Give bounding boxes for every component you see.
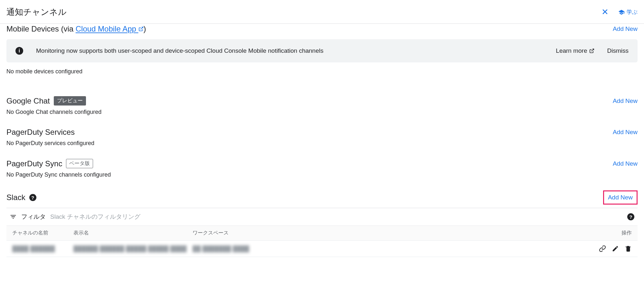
section-pagerduty-services: PagerDuty Services Add New No PagerDuty … <box>6 124 638 147</box>
banner-actions: Learn more Dismiss <box>556 47 629 54</box>
info-banner: i Monitoring now supports both user-scop… <box>6 39 638 62</box>
add-new-button[interactable]: Add New <box>613 160 638 167</box>
mobile-title-prefix: Mobile Devices (via <box>6 24 76 33</box>
header-actions: ✕ 学ぶ <box>601 7 638 17</box>
delete-icon[interactable] <box>625 245 632 252</box>
learn-link[interactable]: 学ぶ <box>618 8 638 16</box>
row-actions <box>567 245 632 252</box>
empty-state-text: No mobile devices configured <box>6 68 638 75</box>
column-header-name: チャネルの名前 <box>12 230 73 236</box>
section-header: PagerDuty Sync ベータ版 Add New <box>6 156 638 171</box>
section-title: Slack <box>6 193 25 202</box>
section-google-chat: Google Chat プレビュー Add New No Google Chat… <box>6 93 638 115</box>
section-header: PagerDuty Services Add New <box>6 124 638 140</box>
edit-icon[interactable] <box>612 245 619 252</box>
slack-table: チャネルの名前 表示名 ワークスペース 操作 ████ ██████ █████… <box>6 226 638 257</box>
section-title-wrap: Slack ? <box>6 193 36 202</box>
table-row: ████ ██████ ██████ ██████ █████ █████ ██… <box>6 241 638 257</box>
column-header-actions: 操作 <box>567 230 632 236</box>
empty-state-text: No Google Chat channels configured <box>6 109 638 115</box>
external-link-icon <box>589 48 594 53</box>
filter-row: フィルタ ? <box>6 208 638 226</box>
section-title-wrap: PagerDuty Sync ベータ版 <box>6 159 93 168</box>
add-new-button[interactable]: Add New <box>613 25 638 32</box>
learn-more-label: Learn more <box>556 47 587 54</box>
column-header-display: 表示名 <box>73 230 193 236</box>
dismiss-button[interactable]: Dismiss <box>607 47 629 54</box>
section-header: Mobile Devices (via Cloud Mobile App ) A… <box>6 21 638 37</box>
learn-more-link[interactable]: Learn more <box>556 47 594 54</box>
link-text: Cloud Mobile App <box>76 24 136 33</box>
page-title: 通知チャンネル <box>6 6 67 18</box>
section-title-wrap: Google Chat プレビュー <box>6 96 86 106</box>
column-header-workspace: ワークスペース <box>193 230 567 236</box>
graduation-cap-icon <box>618 9 625 15</box>
content: Mobile Devices (via Cloud Mobile App ) A… <box>0 21 644 257</box>
filter-label: フィルタ <box>21 213 46 221</box>
help-icon[interactable]: ? <box>29 194 36 201</box>
cell-channel-name: ████ ██████ <box>12 245 73 252</box>
banner-text: Monitoring now supports both user-scoped… <box>36 47 543 54</box>
beta-badge: ベータ版 <box>66 159 93 168</box>
link-icon[interactable] <box>599 245 606 252</box>
section-mobile-devices: Mobile Devices (via Cloud Mobile App ) A… <box>6 21 638 84</box>
mobile-title-suffix: ) <box>144 24 146 33</box>
add-new-button[interactable]: Add New <box>613 97 638 105</box>
section-title: PagerDuty Sync <box>6 159 62 168</box>
external-link-icon <box>138 26 144 32</box>
svg-line-1 <box>591 49 593 51</box>
learn-label: 学ぶ <box>627 8 638 16</box>
section-pagerduty-sync: PagerDuty Sync ベータ版 Add New No PagerDuty… <box>6 156 638 178</box>
section-title-wrap: PagerDuty Services <box>6 128 75 137</box>
svg-line-0 <box>140 27 143 29</box>
info-icon: i <box>15 47 23 55</box>
cloud-mobile-app-link[interactable]: Cloud Mobile App <box>76 24 144 33</box>
section-title-wrap: Mobile Devices (via Cloud Mobile App ) <box>6 24 146 33</box>
close-icon[interactable]: ✕ <box>601 7 609 17</box>
section-header: Slack ? Add New <box>6 187 638 208</box>
preview-badge: プレビュー <box>54 96 86 106</box>
cell-workspace: ██ ███████ ████ <box>193 245 567 252</box>
cell-display-name: ██████ ██████ █████ █████ ████ <box>73 245 193 252</box>
section-header: Google Chat プレビュー Add New <box>6 93 638 109</box>
section-title: Mobile Devices (via Cloud Mobile App ) <box>6 24 146 33</box>
add-new-button-highlighted[interactable]: Add New <box>603 190 638 205</box>
empty-state-text: No PagerDuty Sync channels configured <box>6 171 638 178</box>
empty-state-text: No PagerDuty services configured <box>6 140 638 147</box>
add-new-button[interactable]: Add New <box>613 129 638 136</box>
section-title: PagerDuty Services <box>6 128 75 137</box>
page-header: 通知チャンネル ✕ 学ぶ <box>0 0 644 24</box>
section-slack: Slack ? Add New フィルタ ? チャネルの名前 表示名 ワークスペ… <box>6 187 638 257</box>
filter-input[interactable] <box>50 213 623 220</box>
section-title: Google Chat <box>6 96 50 106</box>
help-icon[interactable]: ? <box>627 213 634 220</box>
table-header: チャネルの名前 表示名 ワークスペース 操作 <box>6 226 638 241</box>
filter-icon <box>10 213 17 220</box>
